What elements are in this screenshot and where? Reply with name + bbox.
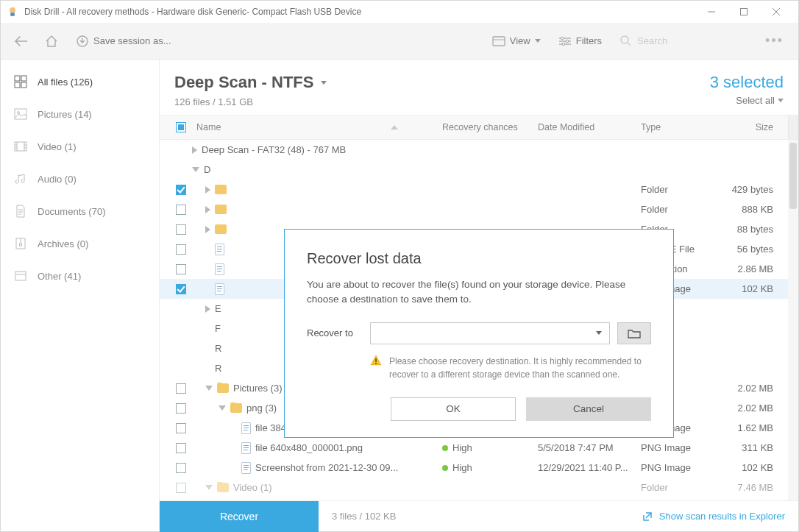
- row-name: Video (1): [233, 482, 272, 493]
- save-session-button[interactable]: Save session as...: [73, 28, 174, 54]
- svg-point-22: [18, 112, 20, 114]
- home-button[interactable]: [42, 28, 61, 54]
- row-checkbox[interactable]: [176, 483, 186, 493]
- document-icon: [14, 205, 27, 218]
- row-checkbox[interactable]: [176, 244, 186, 255]
- row-checkbox[interactable]: [176, 264, 186, 274]
- row-checkbox[interactable]: [176, 224, 186, 235]
- sidebar-item[interactable]: All files (126): [1, 65, 159, 98]
- expand-icon[interactable]: [192, 167, 199, 172]
- file-icon: [241, 462, 251, 474]
- svg-point-39: [375, 363, 377, 364]
- filters-button[interactable]: Filters: [555, 28, 605, 54]
- expand-icon[interactable]: [205, 485, 213, 490]
- expand-icon[interactable]: [219, 405, 226, 411]
- group-row[interactable]: D: [160, 160, 798, 180]
- row-name: F: [215, 323, 221, 334]
- folder-icon: [628, 328, 641, 338]
- folder-row[interactable]: Folder 429 bytes: [160, 180, 798, 199]
- row-checkbox[interactable]: [176, 463, 186, 473]
- sort-asc-icon: [391, 125, 398, 130]
- cancel-button[interactable]: Cancel: [526, 397, 651, 421]
- expand-icon[interactable]: [205, 226, 210, 233]
- view-button[interactable]: View: [489, 28, 544, 54]
- sidebar-item[interactable]: Other (41): [1, 260, 159, 292]
- row-checkbox[interactable]: [176, 403, 186, 414]
- svg-line-16: [628, 43, 631, 46]
- file-row[interactable]: Screenshot from 2021-12-30 09... High 12…: [160, 458, 798, 478]
- row-name: png (3): [246, 402, 277, 414]
- file-icon: [215, 263, 224, 275]
- minimize-button[interactable]: [695, 1, 728, 23]
- file-icon: [215, 283, 224, 295]
- col-name[interactable]: Name: [192, 122, 442, 132]
- svg-rect-1: [10, 13, 15, 16]
- col-size[interactable]: Size: [729, 122, 788, 132]
- row-checkbox[interactable]: [176, 284, 186, 294]
- scrollbar[interactable]: [788, 140, 798, 500]
- folder-icon: [215, 224, 227, 234]
- scan-title[interactable]: Deep Scan - NTFS: [174, 73, 327, 92]
- expand-icon[interactable]: [205, 305, 210, 313]
- modal-warning: Please choose recovery destination. It i…: [389, 355, 651, 381]
- warning-icon: [370, 355, 382, 366]
- row-name: Deep Scan - FAT32 (48) - 767 MB: [202, 144, 346, 155]
- row-checkbox[interactable]: [176, 383, 186, 394]
- filters-label: Filters: [576, 35, 602, 46]
- show-in-explorer-link[interactable]: Show scan results in Explorer: [642, 511, 785, 522]
- row-checkbox[interactable]: [176, 205, 186, 215]
- row-name: R: [215, 363, 221, 374]
- archive-icon: [14, 237, 27, 250]
- sidebar-item[interactable]: Archives (0): [1, 227, 159, 260]
- expand-icon[interactable]: [205, 186, 210, 194]
- header-checkbox[interactable]: [176, 122, 186, 132]
- maximize-button[interactable]: [728, 1, 760, 23]
- col-recovery[interactable]: Recovery chances: [442, 122, 538, 132]
- chevron-down-icon: [596, 331, 602, 335]
- video-icon: [14, 140, 27, 153]
- chevron-down-icon: [321, 81, 327, 85]
- recover-button[interactable]: Recover: [160, 501, 319, 532]
- footer-info: 3 files / 102 KB: [332, 511, 396, 522]
- select-all-button[interactable]: Select all: [710, 95, 784, 106]
- expand-icon[interactable]: [205, 386, 213, 391]
- search-input[interactable]: Search: [617, 28, 749, 54]
- more-button[interactable]: •••: [761, 28, 788, 54]
- svg-point-13: [566, 40, 569, 43]
- svg-point-12: [561, 37, 564, 40]
- group-row[interactable]: Deep Scan - FAT32 (48) - 767 MB: [160, 140, 798, 160]
- col-type[interactable]: Type: [641, 122, 729, 132]
- grid-icon: [14, 75, 27, 88]
- ok-button[interactable]: OK: [391, 397, 516, 421]
- search-icon: [619, 35, 631, 46]
- file-row[interactable]: file 640x480_000001.png High 5/5/2018 7:…: [160, 438, 798, 458]
- recover-to-combo[interactable]: [370, 322, 610, 344]
- audio-icon: [14, 172, 27, 185]
- svg-rect-35: [20, 244, 22, 246]
- sidebar-item[interactable]: Documents (70): [1, 195, 159, 227]
- svg-rect-36: [15, 272, 26, 280]
- expand-icon[interactable]: [205, 206, 210, 213]
- row-checkbox[interactable]: [176, 185, 186, 195]
- expand-icon[interactable]: [192, 146, 197, 154]
- save-session-label: Save session as...: [93, 35, 171, 46]
- folder-row[interactable]: Video (1) Folder 7.46 MB: [160, 478, 798, 497]
- folder-icon: [215, 205, 227, 214]
- titlebar: Disk Drill - All recovery methods - Hard…: [1, 1, 798, 23]
- row-checkbox[interactable]: [176, 443, 186, 453]
- folder-icon: [215, 185, 227, 194]
- footer: Recover 3 files / 102 KB Show scan resul…: [160, 500, 798, 531]
- svg-point-0: [10, 7, 15, 13]
- sidebar-item[interactable]: Pictures (14): [1, 98, 159, 130]
- row-checkbox[interactable]: [176, 423, 186, 433]
- back-button[interactable]: [11, 28, 30, 54]
- file-icon: [241, 442, 251, 454]
- col-date[interactable]: Date Modified: [538, 122, 641, 132]
- close-button[interactable]: [760, 1, 792, 23]
- browse-button[interactable]: [617, 322, 651, 344]
- sidebar-item[interactable]: Video (1): [1, 130, 159, 163]
- folder-row[interactable]: Folder 888 KB: [160, 199, 798, 219]
- chevron-down-icon: [535, 39, 541, 43]
- main-panel: Deep Scan - NTFS 126 files / 1.51 GB 3 s…: [160, 60, 798, 531]
- sidebar-item[interactable]: Audio (0): [1, 163, 159, 195]
